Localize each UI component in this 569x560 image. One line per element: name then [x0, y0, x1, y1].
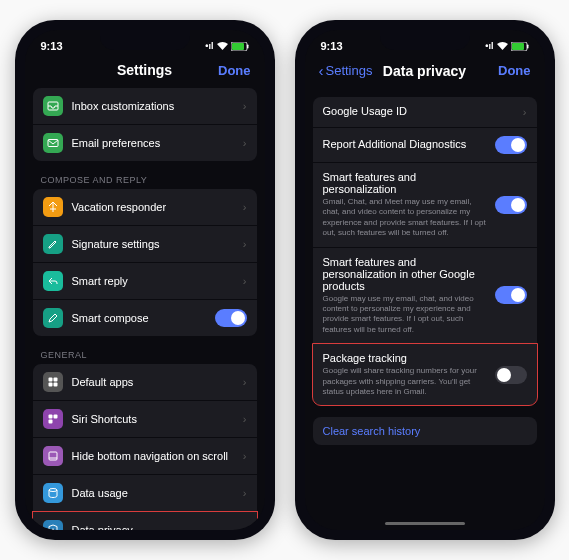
svg-rect-1: [232, 43, 244, 50]
notch: [380, 30, 470, 50]
home-indicator[interactable]: [385, 522, 465, 525]
row-smart-features-and-personalization[interactable]: Smart features and personalizationGmail,…: [313, 163, 537, 248]
row-title: Smart features and personalization in ot…: [323, 256, 487, 292]
chevron-right-icon: ›: [243, 487, 247, 499]
email-preferences-icon: [43, 133, 63, 153]
row-signature-settings[interactable]: Signature settings›: [33, 226, 257, 263]
wifi-icon: [217, 42, 228, 50]
section-header-compose: COMPOSE AND REPLY: [33, 165, 257, 189]
chevron-right-icon: ›: [243, 524, 247, 530]
row-smart-features-and-personalization-in-other-google-products[interactable]: Smart features and personalization in ot…: [313, 248, 537, 345]
chevron-right-icon: ›: [243, 137, 247, 149]
row-smart-compose[interactable]: Smart compose: [33, 300, 257, 336]
svg-rect-12: [49, 452, 57, 460]
row-label: Smart compose: [72, 312, 206, 324]
row-label: Smart reply: [72, 275, 234, 287]
nav-bar: ‹ Settings Data privacy Done: [305, 56, 545, 89]
row-inbox-customizations[interactable]: Inbox customizations›: [33, 88, 257, 125]
svg-rect-19: [512, 43, 524, 50]
row-label: Inbox customizations: [72, 100, 234, 112]
svg-point-14: [52, 529, 54, 531]
row-title: Package tracking: [323, 352, 487, 364]
row-vacation-responder[interactable]: Vacation responder›: [33, 189, 257, 226]
phone-right: 9:13 •ıl ‹ Settings Data privacy Done Go…: [295, 20, 555, 540]
row-hide-bottom-navigation-on-scroll[interactable]: Hide bottom navigation on scroll›: [33, 438, 257, 475]
chevron-right-icon: ›: [243, 450, 247, 462]
toggle-package-tracking[interactable]: [495, 366, 527, 384]
svg-rect-4: [48, 140, 58, 147]
chevron-right-icon: ›: [243, 238, 247, 250]
chevron-right-icon: ›: [243, 100, 247, 112]
row-label: Siri Shortcuts: [72, 413, 234, 425]
toggle-smart-features-and-personalization-in-other-google-products[interactable]: [495, 286, 527, 304]
chevron-right-icon: ›: [243, 275, 247, 287]
svg-point-13: [49, 489, 57, 492]
row-title: Smart features and personalization: [323, 171, 487, 195]
toggle-smart-features-and-personalization[interactable]: [495, 196, 527, 214]
back-label: Settings: [326, 63, 373, 78]
chevron-right-icon: ›: [523, 106, 527, 118]
row-description: Gmail, Chat, and Meet may use my email, …: [323, 197, 487, 239]
row-label: Data usage: [72, 487, 234, 499]
status-indicators: •ıl: [205, 41, 248, 51]
toggle-report-additional-diagnostics[interactable]: [495, 136, 527, 154]
smart-compose-icon: [43, 308, 63, 328]
phone-left: 9:13 •ıl Settings Done Inbox customizati…: [15, 20, 275, 540]
siri-shortcuts-icon: [43, 409, 63, 429]
row-google-usage-id[interactable]: Google Usage ID›: [313, 97, 537, 128]
vacation-responder-icon: [43, 197, 63, 217]
row-package-tracking[interactable]: Package trackingGoogle will share tracki…: [313, 344, 537, 405]
notch: [100, 30, 190, 50]
row-title: Google Usage ID: [323, 105, 515, 117]
svg-rect-20: [527, 44, 529, 48]
status-time: 9:13: [321, 40, 343, 52]
row-smart-reply[interactable]: Smart reply›: [33, 263, 257, 300]
svg-rect-10: [53, 415, 57, 419]
row-label: Signature settings: [72, 238, 234, 250]
done-button[interactable]: Done: [477, 63, 531, 78]
default-apps-icon: [43, 372, 63, 392]
svg-rect-6: [53, 378, 57, 382]
row-report-additional-diagnostics[interactable]: Report Additional Diagnostics: [313, 128, 537, 163]
wifi-icon: [497, 42, 508, 50]
status-time: 9:13: [41, 40, 63, 52]
signal-icon: •ıl: [205, 41, 213, 51]
row-title: Report Additional Diagnostics: [323, 138, 487, 150]
inbox-customizations-icon: [43, 96, 63, 116]
row-label: Email preferences: [72, 137, 234, 149]
row-email-preferences[interactable]: Email preferences›: [33, 125, 257, 161]
chevron-right-icon: ›: [243, 413, 247, 425]
svg-rect-11: [48, 420, 52, 424]
svg-rect-2: [247, 44, 249, 48]
row-siri-shortcuts[interactable]: Siri Shortcuts›: [33, 401, 257, 438]
clear-search-history-label: Clear search history: [323, 425, 421, 437]
done-button[interactable]: Done: [197, 63, 251, 78]
svg-rect-7: [48, 383, 52, 387]
row-description: Google may use my email, chat, and video…: [323, 294, 487, 336]
data-usage-icon: [43, 483, 63, 503]
clear-search-history-button[interactable]: Clear search history: [313, 417, 537, 445]
signature-settings-icon: [43, 234, 63, 254]
row-description: Google will share tracking numbers for y…: [323, 366, 487, 397]
battery-icon: [231, 42, 249, 51]
signal-icon: •ıl: [485, 41, 493, 51]
chevron-right-icon: ›: [243, 201, 247, 213]
back-button[interactable]: ‹ Settings: [319, 62, 373, 79]
data-privacy-icon: [43, 520, 63, 530]
row-label: Data privacy: [72, 524, 234, 530]
smart-reply-icon: [43, 271, 63, 291]
battery-icon: [511, 42, 529, 51]
page-title: Settings: [93, 62, 197, 78]
toggle-smart-compose[interactable]: [215, 309, 247, 327]
row-label: Default apps: [72, 376, 234, 388]
row-default-apps[interactable]: Default apps›: [33, 364, 257, 401]
chevron-left-icon: ‹: [319, 62, 324, 79]
page-title: Data privacy: [373, 63, 477, 79]
svg-rect-8: [53, 383, 57, 387]
svg-rect-5: [48, 378, 52, 382]
svg-rect-9: [48, 415, 52, 419]
row-data-usage[interactable]: Data usage›: [33, 475, 257, 512]
row-data-privacy[interactable]: Data privacy›: [33, 512, 257, 530]
section-header-general: GENERAL: [33, 340, 257, 364]
nav-bar: Settings Done: [25, 56, 265, 88]
